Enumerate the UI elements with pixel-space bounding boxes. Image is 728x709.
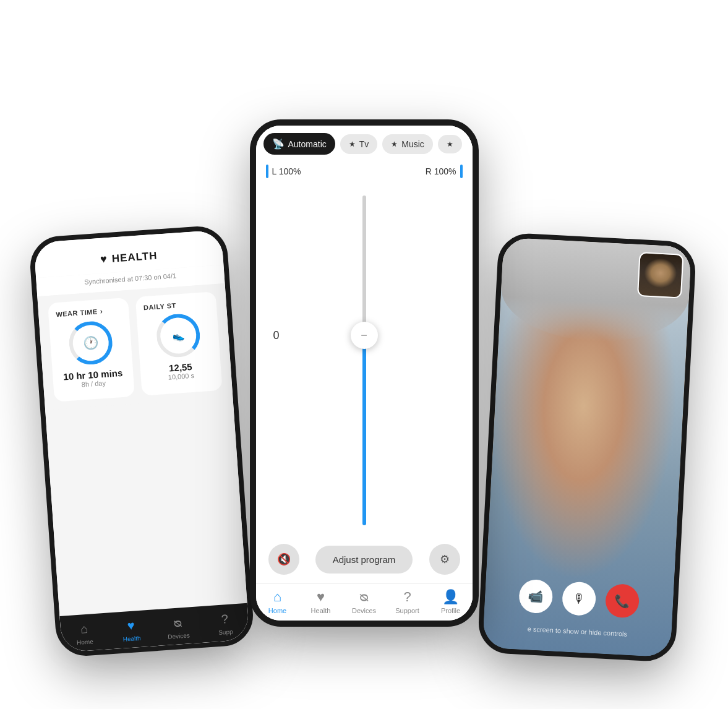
support-icon: ? [221,612,229,627]
slider-zero-label: 0 [273,329,280,342]
center-nav-health[interactable]: ♥ Health [299,589,343,614]
tab-music[interactable]: ★ Music [382,134,433,154]
star-icon-more: ★ [447,140,453,148]
video-icon: 📹 [528,588,544,604]
adjust-program-button[interactable]: Adjust program [315,546,413,574]
phone-right: 📹 🎙 📞 e screen to show or hide controls [477,232,696,663]
center-nav-devices[interactable]: ᴓ Devices [343,589,386,614]
equalizer-icon: ⚙ [440,552,450,566]
slider-area[interactable]: − 0 [256,183,473,538]
slider-track [362,196,366,525]
cnav-support-label: Support [395,607,419,614]
stats-row: WEAR TIME › 🕐 10 hr 10 mins 8h / day DAI… [37,283,233,410]
devices-label: Devices [167,632,189,640]
cnav-home-label: Home [268,607,286,614]
vol-bar-right [460,165,463,178]
health-icon: ♥ [127,619,135,634]
equalizer-button[interactable]: ⚙ [429,544,460,575]
wear-time-label: WEAR TIME › [55,306,121,319]
left-nav-support[interactable]: ? Supp [200,608,249,640]
tv-label: Tv [359,139,369,149]
clock-icon: 🕐 [82,335,99,351]
mic-icon: 🎙 [572,591,585,606]
music-label: Music [401,139,424,149]
vol-right-label: R 100% [426,166,456,176]
daily-steps-circle: 👟 [143,312,212,359]
vol-right: R 100% [426,165,463,178]
end-call-button[interactable]: 📞 [604,583,640,619]
tab-tv[interactable]: ★ Tv [340,134,378,154]
slider-thumb[interactable]: − [351,322,378,349]
tab-more[interactable]: ★ [438,135,462,153]
cnav-profile-icon: 👤 [442,589,459,605]
health-title: HEALTH [111,249,158,265]
volume-bars: L 100% R 100% [256,160,473,183]
bottom-controls: 🔇 Adjust program ⚙ [256,538,473,583]
center-nav-profile[interactable]: 👤 Profile [429,589,473,614]
center-navbar: ⌂ Home ♥ Health ᴓ Devices ? Support 👤 [256,583,473,621]
cnav-home-icon: ⌂ [273,589,281,605]
wear-time-card[interactable]: WEAR TIME › 🕐 10 hr 10 mins 8h / day [48,298,135,402]
right-screen: 📹 🎙 📞 e screen to show or hide controls [482,237,691,657]
video-call-button[interactable]: 📹 [518,579,553,614]
wear-time-ring: 🕐 [67,320,114,366]
left-nav-devices[interactable]: ᴓ Devices [153,611,202,643]
wear-time-circle: 🕐 [56,319,125,367]
phone-center: 📡 Automatic ★ Tv ★ Music ★ [250,119,479,627]
vol-bar-left [266,165,268,178]
left-screen: ♥ HEALTH Synchronised at 07:30 on 04/1 W… [33,230,250,653]
thumbnail-face [638,253,682,297]
left-nav-health[interactable]: ♥ Health [106,614,155,647]
star-icon-tv: ★ [349,140,356,148]
cnav-health-label: Health [311,607,331,614]
steps-icon: 👟 [171,329,184,342]
cnav-health-icon: ♥ [317,589,325,605]
cnav-profile-label: Profile [441,607,460,614]
mute-icon: 🔇 [277,552,291,566]
heart-icon: ♥ [100,252,107,266]
center-screen: 📡 Automatic ★ Tv ★ Music ★ [256,126,473,621]
vol-left: L 100% [266,165,301,178]
left-nav-home[interactable]: ⌂ Home [59,618,108,650]
thumbnail-inset [636,252,683,299]
cnav-devices-icon: ᴓ [359,589,369,605]
center-nav-home[interactable]: ⌂ Home [256,589,299,614]
slider-fill [362,344,366,525]
mute-button[interactable]: 🔇 [268,544,299,575]
star-icon-music: ★ [391,140,398,148]
mic-button[interactable]: 🎙 [561,581,596,616]
cnav-support-icon: ? [403,589,411,605]
chevron-icon: › [100,307,103,316]
home-icon: ⌂ [80,622,88,637]
slider-minus-icon: − [361,329,367,342]
automatic-icon: 📡 [272,138,285,150]
home-label: Home [76,638,93,646]
devices-icon: ᴓ [173,615,182,630]
cnav-devices-label: Devices [352,607,376,614]
daily-steps-card[interactable]: DAILY ST 👟 12,55 10,000 s [135,291,222,396]
left-spacer [45,397,247,616]
health-label: Health [122,635,141,643]
support-label: Supp [218,628,233,636]
daily-steps-label: DAILY ST [143,299,209,311]
end-call-icon: 📞 [614,593,630,609]
scene: ♥ HEALTH Synchronised at 07:30 on 04/1 W… [24,20,704,689]
daily-steps-ring: 👟 [155,312,201,359]
center-nav-support[interactable]: ? Support [386,589,429,614]
phone-left: ♥ HEALTH Synchronised at 07:30 on 04/1 W… [28,225,255,658]
tab-automatic[interactable]: 📡 Automatic [263,133,335,155]
vol-left-label: L 100% [272,166,301,176]
program-tabs: 📡 Automatic ★ Tv ★ Music ★ [256,126,473,160]
automatic-label: Automatic [288,139,327,149]
